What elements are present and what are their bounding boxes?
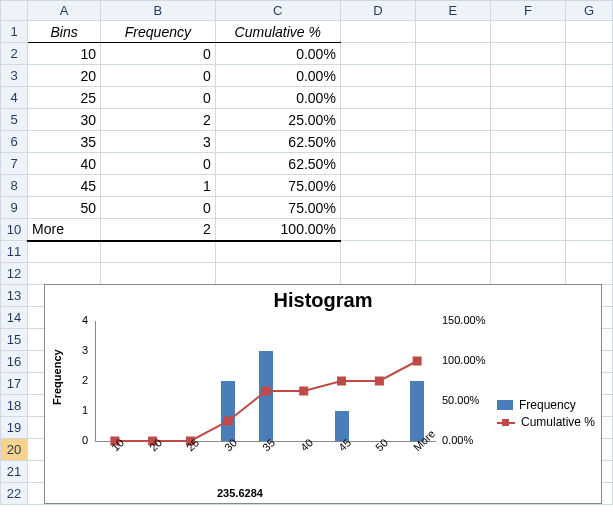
cell[interactable]: 30 [28,109,101,131]
cell[interactable] [566,153,613,175]
row-header-22[interactable]: 22 [1,483,28,505]
cell[interactable] [490,241,565,263]
row-header-11[interactable]: 11 [1,241,28,263]
cell[interactable] [566,175,613,197]
row-header-12[interactable]: 12 [1,263,28,285]
chart-histogram[interactable]: Histogram Frequency 01234 0.00%50.00%100… [44,284,602,504]
row-header-7[interactable]: 7 [1,153,28,175]
cell[interactable] [566,131,613,153]
cell[interactable]: 2 [101,109,216,131]
cell[interactable] [415,219,490,241]
cell[interactable] [340,241,415,263]
cell[interactable] [340,197,415,219]
row-header-17[interactable]: 17 [1,373,28,395]
col-header-B[interactable]: B [101,1,216,21]
cell[interactable]: 45 [28,175,101,197]
cell[interactable] [340,131,415,153]
cell[interactable] [415,87,490,109]
cell[interactable]: 50 [28,197,101,219]
cell[interactable] [215,241,340,263]
row-header-8[interactable]: 8 [1,175,28,197]
cell[interactable] [340,87,415,109]
cell[interactable]: 75.00% [215,175,340,197]
cell[interactable] [340,175,415,197]
row-header-16[interactable]: 16 [1,351,28,373]
cell[interactable]: 75.00% [215,197,340,219]
row-header-1[interactable]: 1 [1,21,28,43]
col-header-G[interactable]: G [566,1,613,21]
cell[interactable] [566,219,613,241]
row-header-3[interactable]: 3 [1,65,28,87]
cell[interactable] [340,109,415,131]
cell[interactable]: 0 [101,87,216,109]
row-header-6[interactable]: 6 [1,131,28,153]
cell[interactable] [490,219,565,241]
cell[interactable] [415,241,490,263]
cell[interactable] [490,197,565,219]
cell[interactable]: 10 [28,43,101,65]
cell[interactable] [215,263,340,285]
cell[interactable]: 25.00% [215,109,340,131]
cell[interactable] [340,43,415,65]
cell[interactable] [28,263,101,285]
cell[interactable]: 20 [28,65,101,87]
col-header-E[interactable]: E [415,1,490,21]
row-header-18[interactable]: 18 [1,395,28,417]
row-header-5[interactable]: 5 [1,109,28,131]
cell[interactable]: Frequency [101,21,216,43]
cell[interactable] [101,241,216,263]
cell[interactable] [566,21,613,43]
cell[interactable]: 0 [101,43,216,65]
cell[interactable] [415,197,490,219]
cell[interactable]: 0.00% [215,87,340,109]
cell[interactable] [101,263,216,285]
cell[interactable] [490,263,565,285]
cell[interactable]: 0 [101,65,216,87]
cell[interactable]: 0 [101,153,216,175]
cell[interactable] [566,241,613,263]
cell[interactable]: 62.50% [215,153,340,175]
cell[interactable] [415,21,490,43]
col-header-F[interactable]: F [490,1,565,21]
col-header-A[interactable]: A [28,1,101,21]
cell[interactable]: Bins [28,21,101,43]
cell[interactable]: 40 [28,153,101,175]
cell[interactable]: 0.00% [215,65,340,87]
cell[interactable] [28,241,101,263]
cell[interactable] [415,153,490,175]
cell[interactable]: Cumulative % [215,21,340,43]
cell[interactable] [415,263,490,285]
row-header-14[interactable]: 14 [1,307,28,329]
row-header-15[interactable]: 15 [1,329,28,351]
cell[interactable]: More [28,219,101,241]
select-all-corner[interactable] [1,1,28,21]
row-header-10[interactable]: 10 [1,219,28,241]
cell[interactable] [490,131,565,153]
cell[interactable] [490,109,565,131]
cell[interactable] [415,109,490,131]
cell[interactable] [490,43,565,65]
cell[interactable] [490,21,565,43]
cell[interactable] [566,65,613,87]
cell[interactable] [490,87,565,109]
col-header-C[interactable]: C [215,1,340,21]
row-header-21[interactable]: 21 [1,461,28,483]
cell[interactable] [415,43,490,65]
cell[interactable]: 2 [101,219,216,241]
row-header-13[interactable]: 13 [1,285,28,307]
cell[interactable] [566,43,613,65]
cell[interactable] [490,175,565,197]
cell[interactable]: 0 [101,197,216,219]
cell[interactable] [340,219,415,241]
cell[interactable] [340,21,415,43]
cell[interactable] [566,263,613,285]
row-header-20[interactable]: 20 [1,439,28,461]
row-header-9[interactable]: 9 [1,197,28,219]
cell[interactable] [340,263,415,285]
cell[interactable] [415,131,490,153]
cell[interactable] [340,153,415,175]
cell[interactable] [415,175,490,197]
row-header-19[interactable]: 19 [1,417,28,439]
cell[interactable] [490,153,565,175]
cell[interactable]: 100.00% [215,219,340,241]
